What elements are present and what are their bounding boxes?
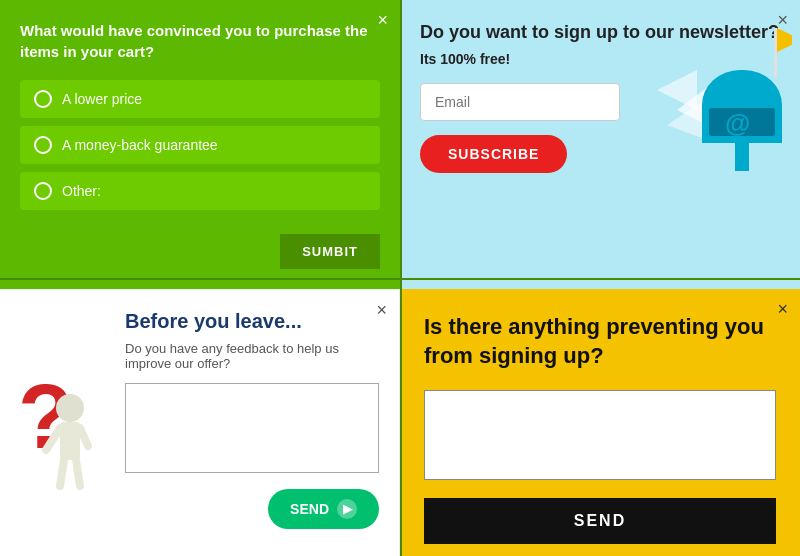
svg-marker-9 bbox=[657, 70, 697, 110]
option-lower-price-label: A lower price bbox=[62, 91, 142, 107]
feedback-close-button[interactable]: × bbox=[376, 300, 387, 321]
feedback-send-button[interactable]: SEND ▶ bbox=[268, 489, 379, 529]
radio-circle-2 bbox=[34, 136, 52, 154]
feedback-textarea[interactable] bbox=[125, 383, 379, 473]
survey-question: What would have convinced you to purchas… bbox=[20, 20, 380, 62]
svg-rect-7 bbox=[774, 28, 777, 78]
radio-circle-3 bbox=[34, 182, 52, 200]
prevent-panel: × Is there anything preventing you from … bbox=[400, 289, 800, 556]
feedback-description: Do you have any feedback to help us impr… bbox=[125, 341, 379, 371]
option-other-label: Other: bbox=[62, 183, 101, 199]
mailbox-illustration: @ bbox=[647, 10, 792, 175]
svg-rect-6 bbox=[735, 143, 749, 171]
survey-panel: × What would have convinced you to purch… bbox=[0, 0, 400, 289]
prevent-send-button[interactable]: SEND bbox=[424, 498, 776, 544]
survey-submit-button[interactable]: SUMBIT bbox=[280, 234, 380, 269]
subscribe-button[interactable]: SUBSCRIBE bbox=[420, 135, 567, 173]
option-lower-price[interactable]: A lower price bbox=[20, 80, 380, 118]
radio-circle-1 bbox=[34, 90, 52, 108]
send-arrow-icon: ▶ bbox=[337, 499, 357, 519]
svg-line-14 bbox=[80, 428, 88, 446]
svg-line-16 bbox=[76, 460, 80, 486]
vertical-divider bbox=[400, 0, 402, 556]
svg-marker-8 bbox=[777, 28, 792, 52]
option-other[interactable]: Other: bbox=[20, 172, 380, 210]
survey-close-button[interactable]: × bbox=[377, 10, 388, 31]
feedback-title: Before you leave... bbox=[125, 310, 379, 333]
svg-line-15 bbox=[60, 460, 64, 486]
option-money-back[interactable]: A money-back guarantee bbox=[20, 126, 380, 164]
feedback-send-label: SEND bbox=[290, 501, 329, 517]
prevent-title: Is there anything preventing you from si… bbox=[424, 313, 776, 370]
question-figure: ? bbox=[8, 318, 108, 518]
prevent-close-button[interactable]: × bbox=[777, 299, 788, 320]
newsletter-panel: × Do you want to sign up to our newslett… bbox=[400, 0, 800, 289]
svg-text:@: @ bbox=[725, 108, 750, 138]
prevent-textarea[interactable] bbox=[424, 390, 776, 480]
feedback-panel: × ? Before you leave... Do you have any … bbox=[0, 289, 400, 556]
svg-point-11 bbox=[56, 394, 84, 422]
option-money-back-label: A money-back guarantee bbox=[62, 137, 218, 153]
email-field[interactable] bbox=[420, 83, 620, 121]
